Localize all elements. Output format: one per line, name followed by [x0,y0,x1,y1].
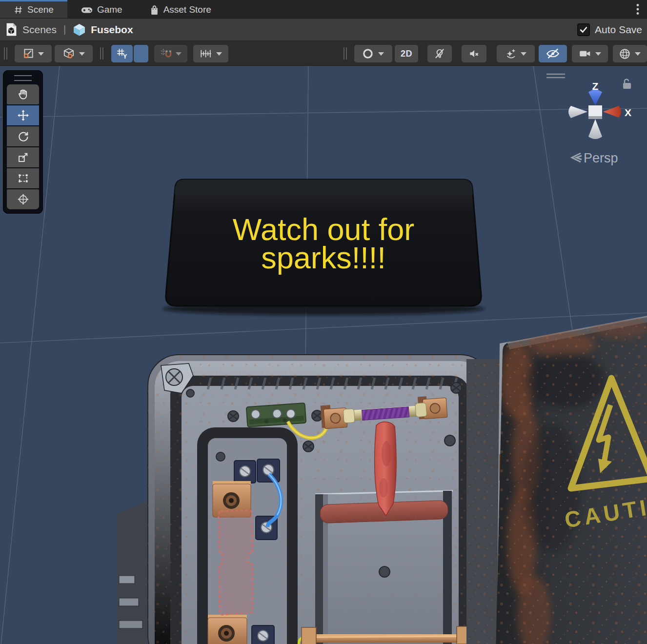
scene-render: Watch out for sparks!!!! [0,66,647,644]
scene-lighting-button[interactable] [427,45,452,62]
toolbar-drag-handle[interactable] [344,47,348,60]
tab-asset-store[interactable]: Asset Store [136,0,225,18]
fuse-module[interactable] [197,427,298,644]
sign-text-line2: sparks!!!! [261,241,386,275]
gizmo-z-axis-cone[interactable] [588,90,602,106]
2d-mode-button[interactable]: 2D [395,45,418,62]
dropdown-caret [216,52,222,56]
warning-sign[interactable]: Watch out for sparks!!!! [162,180,485,315]
lock-icon[interactable] [623,80,631,89]
dropdown-caret [38,52,44,56]
prefab-cube-icon [73,23,86,37]
snap-toggle-button[interactable] [154,45,187,62]
view-gizmo[interactable]: Z X Persp [546,74,631,165]
breadcrumb-separator: | [63,24,66,35]
auto-save-checkbox[interactable] [577,23,590,36]
move-icon [17,109,30,122]
pivot-icon [22,47,35,60]
gizmo-cube-shade [588,116,602,119]
grid-visibility-dropdown[interactable] [134,45,148,62]
scene-view-toolbar: Y 2D [0,41,647,66]
breadcrumb-scenes[interactable]: Scenes [22,24,57,36]
draw-mode-button[interactable] [354,45,392,62]
gizmo-x-label: X [625,107,631,118]
scene-visibility-button[interactable] [539,45,567,62]
grid-y-icon: Y [116,47,128,60]
shopping-bag-icon [150,5,159,15]
scene-viewport[interactable]: Watch out for sparks!!!! [0,66,647,644]
rotate-tool-button[interactable] [7,126,39,146]
gizmo-grip[interactable] [546,74,565,78]
fusebox[interactable] [117,342,540,644]
fuse-placement-outline [219,510,253,615]
gizmo-z-label: Z [592,80,599,92]
persp-label[interactable]: Persp [584,151,618,165]
switch-panel[interactable] [315,491,453,644]
gizmo-x-axis-cone[interactable] [603,106,621,118]
camera-icon [578,47,592,60]
tool-handle-position-button[interactable] [15,45,52,62]
scene-grid-icon [14,5,23,15]
fusebox-door[interactable]: CAUTION [496,312,647,644]
grid-visibility-control: Y [111,45,148,62]
checkmark-icon [579,25,588,34]
2d-mode-label: 2D [398,49,415,59]
effects-toggle-button[interactable] [497,45,535,62]
red-switch-handle[interactable] [375,422,396,516]
tab-bar-spacer [225,0,628,18]
tab-context-menu-button[interactable] [628,0,647,18]
copper-terminal-lower [208,615,247,644]
toolbar-drag-handle[interactable] [100,47,105,60]
dropdown-caret [635,52,641,56]
gizmo-neg-x-cone[interactable] [568,106,587,118]
tab-asset-store-label: Asset Store [163,4,211,15]
breadcrumb-bar: Scenes | Fusebox Auto Save [0,19,647,41]
increment-snap-icon [199,47,213,60]
snap-increment-button[interactable] [193,45,228,62]
unity-scene-file-icon [5,22,18,37]
scale-tool-button[interactable] [7,147,39,167]
unity-editor-window: { "tabs": { "scene": "Scene", "game": "G… [0,0,647,644]
gizmo-neg-z-cone[interactable] [588,119,602,139]
handle-rotation-cube-icon [62,47,76,60]
tab-scene[interactable]: Scene [0,0,67,18]
tab-scene-label: Scene [27,4,54,15]
scale-icon [17,151,30,164]
transform-icon [17,193,30,206]
editor-tab-bar: Scene Game Asset Store [0,0,647,19]
dropdown-caret [79,52,85,56]
snap-magnet-icon [160,47,172,60]
lightbulb-slash-icon [433,47,446,60]
palette-grip[interactable] [14,75,32,81]
green-terminal-strip[interactable] [246,403,306,427]
tab-game[interactable]: Game [67,0,136,18]
gamepad-icon [81,5,93,15]
speaker-muted-icon [468,47,481,60]
audio-mute-button[interactable] [462,45,486,62]
tool-handle-rotation-button[interactable] [55,45,93,62]
svg-text:Y: Y [123,53,127,60]
hand-tool-button[interactable] [7,84,39,104]
tab-game-label: Game [97,4,122,15]
sign-top-face [175,180,473,194]
breadcrumb-object-name[interactable]: Fusebox [91,24,133,36]
camera-settings-button[interactable] [572,45,608,62]
transform-tool-button[interactable] [7,189,39,209]
hand-icon [17,88,30,101]
persp-chevron-icon [572,153,582,162]
tool-palette [3,70,43,214]
move-tool-button[interactable] [7,105,39,125]
auto-save-control: Auto Save [577,23,644,36]
rect-tool-icon [17,172,30,185]
shaded-mode-sphere-icon [362,47,375,60]
toolbar-drag-handle[interactable] [4,47,9,60]
rotate-icon [17,130,30,143]
grid-visibility-button[interactable]: Y [111,45,133,62]
rect-tool-button[interactable] [7,168,39,188]
dropdown-caret [595,52,601,56]
auto-save-label: Auto Save [595,24,642,36]
dropdown-caret [521,52,526,56]
gizmos-menu-button[interactable] [613,45,647,62]
gizmos-sphere-icon [618,47,631,60]
dropdown-caret [378,52,384,56]
